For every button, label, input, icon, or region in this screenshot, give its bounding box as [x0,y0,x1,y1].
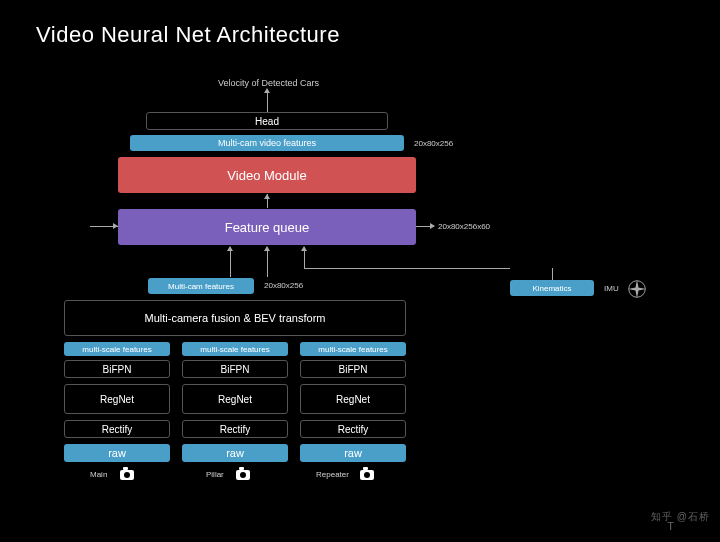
block-fusion: Multi-camera fusion & BEV transform [64,300,406,336]
block-mcvf: Multi-cam video features [130,135,404,151]
block-bifpn-2: BiFPN [182,360,288,378]
arrow-mcf-up-1-tip [227,246,233,251]
arrow-mcf-up-3-tip [301,246,307,251]
block-raw-1: raw [64,444,170,462]
cam-label-2: Pillar [206,470,224,479]
block-head: Head [146,112,388,130]
mcf-dim: 20x80x256 [264,281,303,290]
camera-icon-1 [120,470,134,480]
line-kin-v [552,268,553,280]
arrow-head-out-tip [264,88,270,93]
arrow-head-out [267,92,268,112]
block-raw-3: raw [300,444,406,462]
block-raw-2: raw [182,444,288,462]
block-video-module: Video Module [118,157,416,193]
cam-label-1: Main [90,470,107,479]
block-regnet-1: RegNet [64,384,170,414]
arrow-fq-right-tip [430,223,435,229]
block-msf-1: multi-scale features [64,342,170,356]
fq-dim: 20x80x256x60 [438,222,490,231]
block-regnet-2: RegNet [182,384,288,414]
compass-icon [626,278,648,300]
arrow-vm-fq-tip [264,194,270,199]
block-mcf: Multi-cam features [148,278,254,294]
source-watermark: 知乎 @石桥 [651,510,710,524]
block-feature-queue: Feature queue [118,209,416,245]
block-msf-3: multi-scale features [300,342,406,356]
cam-label-3: Repeater [316,470,349,479]
page-title: Video Neural Net Architecture [36,22,340,48]
arrow-fq-left-tip [113,223,118,229]
line-kinematics-h [304,268,510,269]
arrow-mcf-up-1 [230,247,231,277]
block-bifpn-1: BiFPN [64,360,170,378]
block-bifpn-3: BiFPN [300,360,406,378]
camera-icon-3 [360,470,374,480]
block-rectify-1: Rectify [64,420,170,438]
block-rectify-2: Rectify [182,420,288,438]
block-rectify-3: Rectify [300,420,406,438]
imu-label: IMU [604,284,619,293]
block-regnet-3: RegNet [300,384,406,414]
block-msf-2: multi-scale features [182,342,288,356]
arrow-mcf-up-2 [267,247,268,277]
block-kinematics: Kinematics [510,280,594,296]
mcvf-dim: 20x80x256 [414,139,453,148]
arrow-mcf-up-2-tip [264,246,270,251]
output-label: Velocity of Detected Cars [218,78,319,88]
camera-icon-2 [236,470,250,480]
